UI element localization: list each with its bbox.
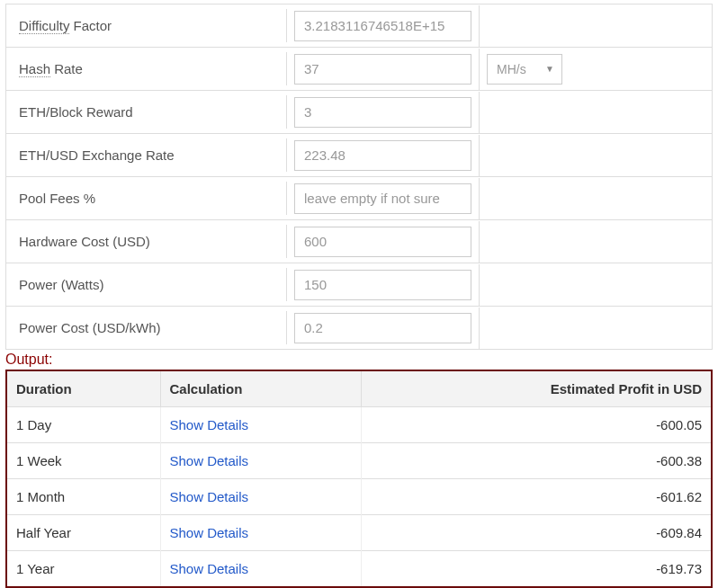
input-block-reward[interactable] — [294, 97, 471, 128]
cell-profit: -600.05 — [361, 407, 711, 443]
label-power-cost: Power Cost (USD/kWh) — [6, 311, 287, 344]
row-power-cost: Power Cost (USD/kWh) — [6, 307, 712, 350]
show-details-link[interactable]: Show Details — [170, 561, 249, 576]
row-power: Power (Watts) — [6, 263, 712, 307]
col-duration: Duration — [7, 371, 160, 407]
label-hardware: Hardware Cost (USD) — [6, 225, 287, 258]
col-profit: Estimated Profit in USD — [361, 371, 711, 407]
cell-duration: 1 Year — [7, 551, 160, 587]
label-block-reward: ETH/Block Reward — [6, 95, 287, 129]
select-hashrate-unit-value: MH/s — [497, 62, 526, 76]
label-hashrate: Hash Rate — [6, 52, 287, 85]
cell-profit: -619.73 — [361, 551, 711, 587]
input-difficulty[interactable] — [294, 11, 471, 41]
row-hashrate: Hash Rate MH/s ▼ — [6, 48, 712, 91]
chevron-down-icon: ▼ — [545, 64, 554, 74]
cell-profit: -609.84 — [361, 515, 711, 551]
select-hashrate-unit[interactable]: MH/s ▼ — [487, 54, 562, 85]
cell-calculation: Show Details — [160, 407, 361, 443]
cell-calculation: Show Details — [160, 443, 361, 479]
row-pool-fees: Pool Fees % — [6, 177, 712, 220]
table-row: 1 DayShow Details-600.05 — [7, 407, 711, 443]
row-block-reward: ETH/Block Reward — [6, 91, 712, 134]
cell-calculation: Show Details — [160, 515, 361, 551]
table-row: 1 WeekShow Details-600.38 — [7, 443, 711, 479]
cell-profit: -600.38 — [361, 443, 711, 479]
row-hardware: Hardware Cost (USD) — [6, 220, 712, 263]
show-details-link[interactable]: Show Details — [170, 525, 249, 540]
output-table: Duration Calculation Estimated Profit in… — [7, 371, 711, 586]
input-hashrate[interactable] — [294, 54, 471, 85]
label-difficulty: Difficulty Factor — [6, 9, 287, 42]
row-difficulty: Difficulty Factor — [6, 4, 712, 48]
cell-calculation: Show Details — [160, 551, 361, 587]
input-power[interactable] — [294, 270, 471, 300]
output-heading: Output: — [5, 352, 713, 368]
label-pool-fees: Pool Fees % — [6, 182, 287, 215]
label-exchange: ETH/USD Exchange Rate — [6, 138, 287, 172]
output-table-container: Duration Calculation Estimated Profit in… — [5, 370, 713, 588]
input-exchange[interactable] — [294, 140, 471, 171]
cell-calculation: Show Details — [160, 479, 361, 515]
input-parameters-table: Difficulty Factor Hash Rate MH/s ▼ ETH/B… — [5, 4, 713, 350]
cell-duration: Half Year — [7, 515, 160, 551]
table-row: Half YearShow Details-609.84 — [7, 515, 711, 551]
cell-duration: 1 Day — [7, 407, 160, 443]
input-power-cost[interactable] — [294, 313, 471, 343]
cell-duration: 1 Week — [7, 443, 160, 479]
cell-profit: -601.62 — [361, 479, 711, 515]
show-details-link[interactable]: Show Details — [170, 453, 249, 468]
label-power: Power (Watts) — [6, 268, 287, 301]
table-row: 1 YearShow Details-619.73 — [7, 551, 711, 587]
input-hardware[interactable] — [294, 227, 471, 257]
cell-duration: 1 Month — [7, 479, 160, 515]
show-details-link[interactable]: Show Details — [170, 417, 249, 432]
table-row: 1 MonthShow Details-601.62 — [7, 479, 711, 515]
show-details-link[interactable]: Show Details — [170, 489, 249, 504]
col-calculation: Calculation — [160, 371, 361, 407]
row-exchange: ETH/USD Exchange Rate — [6, 134, 712, 177]
input-pool-fees[interactable] — [294, 183, 471, 214]
